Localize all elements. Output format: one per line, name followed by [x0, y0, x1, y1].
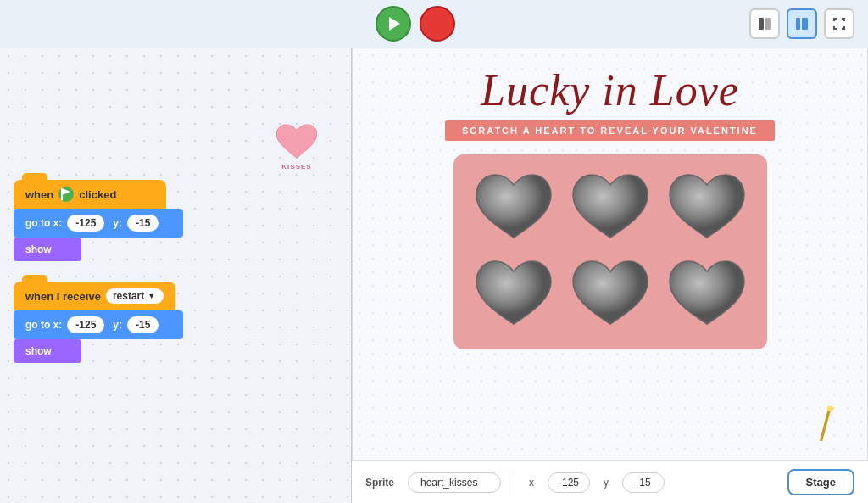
gray-heart-5: [570, 258, 651, 333]
divider-1: [515, 470, 515, 495]
sprite-thumbnail: KISSES: [276, 124, 317, 170]
heart-kisses-sprite: [276, 124, 317, 161]
heart-card-2[interactable]: [570, 171, 651, 246]
block-group-1: when clicked go to x: -125 y: -15 show: [14, 180, 337, 261]
goto-label-1: go to x:: [25, 217, 62, 229]
layout-2-icon: [795, 17, 809, 31]
hearts-row-1: [474, 171, 747, 246]
stage-area: Lucky in Love SCRATCH A HEART TO REVEAL …: [352, 48, 868, 503]
goto-label-2: go to x:: [25, 319, 62, 331]
svg-marker-5: [62, 188, 70, 195]
goto-motion-block-2[interactable]: go to x: -125 y: -15: [14, 310, 183, 339]
goto-motion-block-1[interactable]: go to x: -125 y: -15: [14, 209, 183, 238]
subtitle-text: SCRATCH A HEART TO REVEAL YOUR VALENTINE: [462, 126, 758, 136]
stop-button[interactable]: [420, 6, 455, 42]
when-flag-clicked-hat[interactable]: when clicked: [14, 180, 166, 209]
restart-label[interactable]: restart: [106, 288, 164, 304]
green-flag-button[interactable]: [376, 6, 411, 42]
gray-heart-2: [570, 171, 651, 246]
hearts-row-2: [474, 258, 747, 333]
layout-button-1[interactable]: [749, 8, 780, 39]
gray-heart-6: [666, 258, 748, 333]
stage-title: Lucky in Love: [481, 65, 739, 115]
y-value-1[interactable]: -15: [127, 215, 159, 232]
heart-card-1[interactable]: [473, 171, 554, 246]
heart-card-3[interactable]: [666, 171, 748, 246]
show-block-2[interactable]: show: [14, 339, 81, 363]
gray-heart-3: [666, 171, 748, 246]
svg-rect-2: [796, 18, 800, 30]
heart-card-5[interactable]: [570, 258, 651, 333]
subtitle-bar: SCRATCH A HEART TO REVEAL YOUR VALENTINE: [445, 120, 775, 141]
fullscreen-icon: [832, 17, 846, 31]
sprite-name-input[interactable]: heart_kisses: [408, 472, 501, 493]
clicked-label: clicked: [79, 188, 116, 201]
when-receive-label: when I receive: [25, 290, 101, 303]
block-group-2: when I receive restart go to x: -125 y: …: [14, 282, 337, 363]
flag-icon: [58, 187, 74, 202]
sprite-label: Sprite: [365, 477, 394, 489]
show-block-1[interactable]: show: [14, 238, 81, 261]
x-label: x: [529, 477, 534, 489]
main-area: KISSES when clicked go to x: -125 y: -15: [0, 48, 868, 503]
bottom-bar: Sprite heart_kisses x -125 y -15 Stage: [352, 461, 868, 503]
svg-rect-3: [802, 18, 808, 30]
stage-button[interactable]: Stage: [787, 469, 854, 495]
heart-card-4[interactable]: [473, 258, 554, 333]
svg-rect-0: [759, 18, 764, 30]
when-label: when: [25, 188, 53, 201]
stage-canvas: Lucky in Love SCRATCH A HEART TO REVEAL …: [352, 48, 868, 461]
fullscreen-button[interactable]: [824, 8, 854, 39]
gray-heart-1: [473, 171, 554, 246]
heart-card-6[interactable]: [666, 258, 748, 333]
when-receive-hat[interactable]: when I receive restart: [14, 282, 175, 310]
x-value-2[interactable]: -125: [67, 316, 104, 333]
x-value-1[interactable]: -125: [67, 215, 104, 232]
playback-controls: [376, 6, 455, 42]
svg-rect-1: [765, 18, 771, 30]
hearts-grid: [453, 154, 767, 349]
y-value-2[interactable]: -15: [127, 316, 159, 333]
layout-button-2[interactable]: [787, 8, 817, 39]
y-label-2: y:: [113, 319, 122, 331]
y-coord-value[interactable]: -15: [622, 472, 665, 493]
layout-1-icon: [758, 17, 771, 31]
layout-controls: [749, 8, 854, 39]
y-label: y: [604, 477, 609, 489]
stage-content: Lucky in Love SCRATCH A HEART TO REVEAL …: [353, 48, 867, 460]
script-panel: KISSES when clicked go to x: -125 y: -15: [0, 48, 352, 503]
gray-heart-4: [473, 258, 554, 333]
top-toolbar: [0, 0, 868, 48]
y-label-1: y:: [113, 217, 122, 229]
kisses-label: KISSES: [281, 163, 311, 170]
x-coord-value[interactable]: -125: [548, 472, 590, 493]
